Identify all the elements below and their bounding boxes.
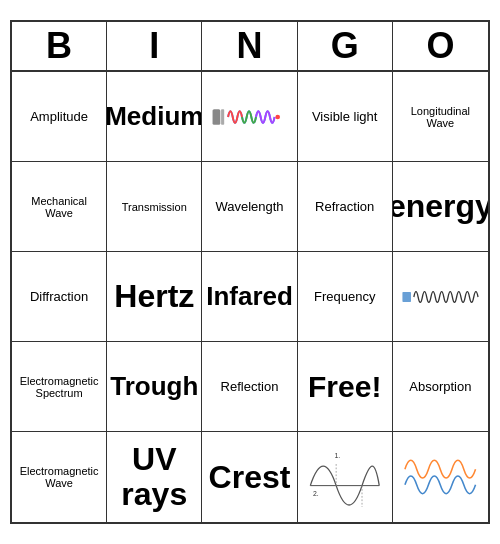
svg-text:2.: 2. [313,490,319,497]
cell-r3c3: Infared [202,252,297,342]
sine-wave-colored-svg [401,447,479,507]
cell-r3c1: Diffraction [12,252,107,342]
header-n: N [202,22,297,70]
header-g: G [298,22,393,70]
cell-r5c2: UV rays [107,432,202,522]
cell-r4c1: Electromagnetic Spectrum [12,342,107,432]
svg-point-2 [275,114,280,119]
svg-rect-1 [221,109,224,125]
bingo-grid: Amplitude Medium Visible light Lo [12,72,488,522]
header-o: O [393,22,488,70]
cell-r2c2: Transmission [107,162,202,252]
cell-r1c3 [202,72,297,162]
svg-rect-3 [403,292,412,302]
cell-r5c4: 1. 2. 3. [298,432,393,522]
cell-r5c3: Crest [202,432,297,522]
bingo-card: B I N G O Amplitude Medium [10,20,490,524]
cell-r2c3: Wavelength [202,162,297,252]
cell-r3c5 [393,252,488,342]
cell-r3c2: Hertz [107,252,202,342]
bingo-header: B I N G O [12,22,488,72]
crest-diagram-svg: 1. 2. 3. [306,447,384,507]
cell-r1c2: Medium [107,72,202,162]
cell-r2c4: Refraction [298,162,393,252]
cell-r4c3: Reflection [202,342,297,432]
cell-r4c5: Absorption [393,342,488,432]
header-i: I [107,22,202,70]
em-wave-svg [401,267,479,327]
cell-r1c1: Amplitude [12,72,107,162]
visible-light-wave-svg [211,87,289,147]
cell-r5c1: Electromagnetic Wave [12,432,107,522]
cell-r4c4-free: Free! [298,342,393,432]
cell-r2c1: Mechanical Wave [12,162,107,252]
svg-rect-0 [212,109,220,125]
cell-r5c5 [393,432,488,522]
cell-r3c4: Frequency [298,252,393,342]
cell-r1c5: Longitudinal Wave [393,72,488,162]
svg-text:1.: 1. [334,452,340,459]
cell-r1c4: Visible light [298,72,393,162]
cell-r2c5: energy [393,162,488,252]
cell-r4c2: Trough [107,342,202,432]
header-b: B [12,22,107,70]
